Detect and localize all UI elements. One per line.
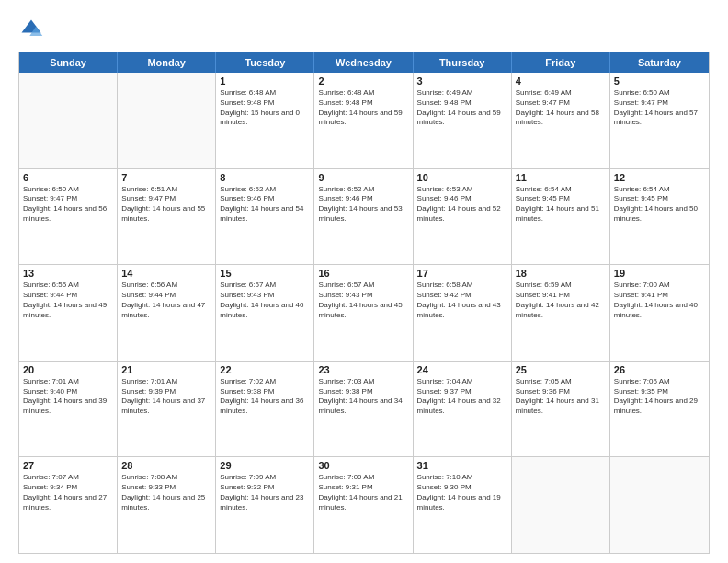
day-number: 20	[23, 364, 113, 375]
calendar-row: 27Sunrise: 7:07 AMSunset: 9:34 PMDayligh…	[19, 456, 709, 553]
cell-info: Sunrise: 6:50 AMSunset: 9:47 PMDaylight:…	[23, 185, 113, 224]
calendar-day-header: Tuesday	[216, 52, 314, 73]
day-number: 28	[121, 460, 211, 471]
calendar-cell: 5Sunrise: 6:50 AMSunset: 9:47 PMDaylight…	[610, 73, 709, 168]
cell-info: Sunrise: 6:55 AMSunset: 9:44 PMDaylight:…	[23, 281, 113, 320]
calendar-cell	[118, 73, 216, 168]
calendar-cell: 21Sunrise: 7:01 AMSunset: 9:39 PMDayligh…	[118, 362, 216, 457]
calendar-cell: 9Sunrise: 6:52 AMSunset: 9:46 PMDaylight…	[314, 169, 413, 265]
day-number: 24	[417, 364, 507, 375]
cell-info: Sunrise: 6:49 AMSunset: 9:48 PMDaylight:…	[417, 88, 507, 128]
calendar-cell: 6Sunrise: 6:50 AMSunset: 9:47 PMDaylight…	[19, 169, 118, 265]
calendar-cell: 3Sunrise: 6:49 AMSunset: 9:48 PMDaylight…	[414, 73, 512, 168]
day-number: 23	[318, 364, 408, 375]
calendar-cell: 15Sunrise: 6:57 AMSunset: 9:43 PMDayligh…	[216, 265, 314, 361]
calendar-cell: 27Sunrise: 7:07 AMSunset: 9:34 PMDayligh…	[19, 457, 118, 553]
calendar-cell: 29Sunrise: 7:09 AMSunset: 9:32 PMDayligh…	[216, 457, 314, 553]
logo	[18, 17, 48, 42]
day-number: 10	[417, 172, 507, 183]
calendar-row: 13Sunrise: 6:55 AMSunset: 9:44 PMDayligh…	[19, 264, 709, 361]
day-number: 27	[23, 460, 113, 471]
cell-info: Sunrise: 6:52 AMSunset: 9:46 PMDaylight:…	[318, 185, 408, 224]
day-number: 9	[318, 172, 408, 183]
calendar-cell: 26Sunrise: 7:06 AMSunset: 9:35 PMDayligh…	[610, 362, 709, 457]
calendar-row: 6Sunrise: 6:50 AMSunset: 9:47 PMDaylight…	[19, 168, 709, 265]
day-number: 25	[516, 364, 606, 375]
calendar-row: 1Sunrise: 6:48 AMSunset: 9:48 PMDaylight…	[19, 73, 709, 168]
cell-info: Sunrise: 7:03 AMSunset: 9:38 PMDaylight:…	[318, 377, 408, 417]
cell-info: Sunrise: 6:49 AMSunset: 9:47 PMDaylight:…	[516, 88, 606, 128]
day-number: 15	[220, 268, 310, 279]
cell-info: Sunrise: 6:56 AMSunset: 9:44 PMDaylight:…	[121, 281, 211, 320]
cell-info: Sunrise: 7:06 AMSunset: 9:35 PMDaylight:…	[614, 377, 705, 417]
calendar-cell: 31Sunrise: 7:10 AMSunset: 9:30 PMDayligh…	[414, 457, 512, 553]
cell-info: Sunrise: 7:08 AMSunset: 9:33 PMDaylight:…	[121, 473, 211, 512]
day-number: 18	[516, 268, 606, 279]
calendar-body: 1Sunrise: 6:48 AMSunset: 9:48 PMDaylight…	[19, 73, 709, 553]
calendar-cell	[19, 73, 118, 168]
day-number: 6	[23, 172, 113, 183]
day-number: 26	[614, 364, 705, 375]
logo-icon	[18, 17, 44, 42]
calendar-day-header: Thursday	[414, 52, 512, 73]
day-number: 29	[220, 460, 310, 471]
calendar-cell: 17Sunrise: 6:58 AMSunset: 9:42 PMDayligh…	[414, 265, 512, 361]
cell-info: Sunrise: 7:05 AMSunset: 9:36 PMDaylight:…	[516, 377, 606, 417]
calendar-cell: 4Sunrise: 6:49 AMSunset: 9:47 PMDaylight…	[512, 73, 610, 168]
day-number: 16	[318, 268, 408, 279]
day-number: 19	[614, 268, 705, 279]
calendar-cell: 24Sunrise: 7:04 AMSunset: 9:37 PMDayligh…	[414, 362, 512, 457]
calendar-cell: 1Sunrise: 6:48 AMSunset: 9:48 PMDaylight…	[216, 73, 314, 168]
cell-info: Sunrise: 6:52 AMSunset: 9:46 PMDaylight:…	[220, 185, 310, 224]
cell-info: Sunrise: 7:09 AMSunset: 9:31 PMDaylight:…	[318, 473, 408, 512]
calendar: SundayMondayTuesdayWednesdayThursdayFrid…	[18, 52, 710, 554]
cell-info: Sunrise: 7:07 AMSunset: 9:34 PMDaylight:…	[23, 473, 113, 512]
cell-info: Sunrise: 6:51 AMSunset: 9:47 PMDaylight:…	[121, 185, 211, 224]
calendar-cell: 30Sunrise: 7:09 AMSunset: 9:31 PMDayligh…	[314, 457, 413, 553]
calendar-cell: 8Sunrise: 6:52 AMSunset: 9:46 PMDaylight…	[216, 169, 314, 265]
day-number: 7	[121, 172, 211, 183]
day-number: 13	[23, 268, 113, 279]
calendar-cell: 19Sunrise: 7:00 AMSunset: 9:41 PMDayligh…	[610, 265, 709, 361]
cell-info: Sunrise: 7:02 AMSunset: 9:38 PMDaylight:…	[220, 377, 310, 417]
calendar-cell: 23Sunrise: 7:03 AMSunset: 9:38 PMDayligh…	[314, 362, 413, 457]
calendar-cell: 22Sunrise: 7:02 AMSunset: 9:38 PMDayligh…	[216, 362, 314, 457]
calendar-cell: 18Sunrise: 6:59 AMSunset: 9:41 PMDayligh…	[512, 265, 610, 361]
cell-info: Sunrise: 7:04 AMSunset: 9:37 PMDaylight:…	[417, 377, 507, 417]
day-number: 14	[121, 268, 211, 279]
cell-info: Sunrise: 6:57 AMSunset: 9:43 PMDaylight:…	[220, 281, 310, 320]
page: SundayMondayTuesdayWednesdayThursdayFrid…	[0, 0, 728, 563]
cell-info: Sunrise: 6:58 AMSunset: 9:42 PMDaylight:…	[417, 281, 507, 320]
cell-info: Sunrise: 7:10 AMSunset: 9:30 PMDaylight:…	[417, 473, 507, 512]
day-number: 1	[220, 75, 310, 86]
calendar-cell: 2Sunrise: 6:48 AMSunset: 9:48 PMDaylight…	[314, 73, 413, 168]
calendar-cell: 16Sunrise: 6:57 AMSunset: 9:43 PMDayligh…	[314, 265, 413, 361]
day-number: 31	[417, 460, 507, 471]
calendar-cell: 13Sunrise: 6:55 AMSunset: 9:44 PMDayligh…	[19, 265, 118, 361]
calendar-cell: 12Sunrise: 6:54 AMSunset: 9:45 PMDayligh…	[610, 169, 709, 265]
calendar-day-header: Sunday	[19, 52, 118, 73]
cell-info: Sunrise: 6:53 AMSunset: 9:46 PMDaylight:…	[417, 185, 507, 224]
cell-info: Sunrise: 6:50 AMSunset: 9:47 PMDaylight:…	[614, 88, 705, 128]
calendar-cell: 11Sunrise: 6:54 AMSunset: 9:45 PMDayligh…	[512, 169, 610, 265]
cell-info: Sunrise: 7:01 AMSunset: 9:40 PMDaylight:…	[23, 377, 113, 417]
day-number: 12	[614, 172, 705, 183]
cell-info: Sunrise: 6:48 AMSunset: 9:48 PMDaylight:…	[220, 88, 310, 128]
calendar-day-header: Friday	[512, 52, 610, 73]
cell-info: Sunrise: 7:01 AMSunset: 9:39 PMDaylight:…	[121, 377, 211, 417]
cell-info: Sunrise: 6:48 AMSunset: 9:48 PMDaylight:…	[318, 88, 408, 128]
calendar-day-header: Wednesday	[314, 52, 413, 73]
calendar-cell: 14Sunrise: 6:56 AMSunset: 9:44 PMDayligh…	[118, 265, 216, 361]
header	[18, 17, 710, 42]
day-number: 8	[220, 172, 310, 183]
calendar-cell: 10Sunrise: 6:53 AMSunset: 9:46 PMDayligh…	[414, 169, 512, 265]
cell-info: Sunrise: 6:57 AMSunset: 9:43 PMDaylight:…	[318, 281, 408, 320]
calendar-header: SundayMondayTuesdayWednesdayThursdayFrid…	[19, 52, 709, 73]
day-number: 5	[614, 75, 705, 86]
calendar-row: 20Sunrise: 7:01 AMSunset: 9:40 PMDayligh…	[19, 361, 709, 457]
cell-info: Sunrise: 7:00 AMSunset: 9:41 PMDaylight:…	[614, 281, 705, 320]
cell-info: Sunrise: 6:54 AMSunset: 9:45 PMDaylight:…	[614, 185, 705, 224]
calendar-day-header: Saturday	[610, 52, 709, 73]
day-number: 2	[318, 75, 408, 86]
day-number: 17	[417, 268, 507, 279]
